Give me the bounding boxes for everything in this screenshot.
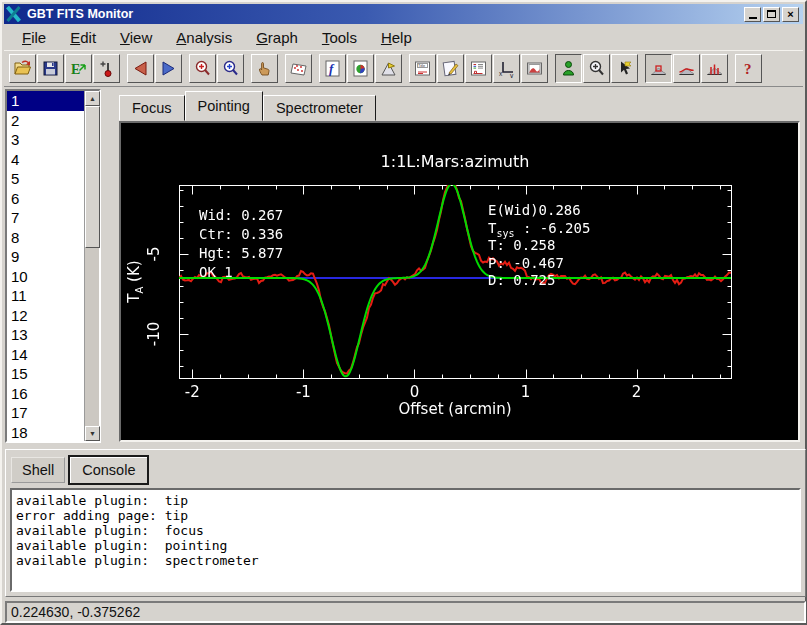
print-plot-icon xyxy=(289,59,308,78)
export-image-button[interactable] xyxy=(521,54,548,83)
arrow-up-icon: ▲ xyxy=(89,95,96,102)
console-line: error adding page: tip xyxy=(16,508,799,523)
menubar: File Edit View Analysis Graph Tools Help xyxy=(4,25,803,50)
pointing-plot-canvas[interactable] xyxy=(121,123,798,440)
scan-list-item[interactable]: 16 xyxy=(7,384,84,404)
scan-list-item[interactable]: 8 xyxy=(7,228,84,248)
scan-list-item[interactable]: 4 xyxy=(7,150,84,170)
zoom-previous-button[interactable] xyxy=(189,54,216,83)
svg-text:?: ? xyxy=(744,61,752,77)
plugin-tab[interactable]: Spectrometer xyxy=(263,95,376,121)
menu-item[interactable]: View xyxy=(110,27,162,48)
menu-item[interactable]: Analysis xyxy=(166,27,242,48)
titlebar[interactable]: GBT FITS Monitor × xyxy=(4,4,803,24)
forward-triangle-icon xyxy=(159,59,178,78)
statusbar: 0.224630, -0.375262 xyxy=(5,601,806,623)
help-icon: ? xyxy=(739,59,758,78)
menu-item[interactable]: Edit xyxy=(60,27,106,48)
open-button[interactable] xyxy=(9,54,36,83)
plugin-tab[interactable]: Pointing xyxy=(185,91,263,121)
pointer-hand-button[interactable] xyxy=(251,54,278,83)
zoom-previous-red-icon xyxy=(193,59,212,78)
back-button[interactable] xyxy=(127,54,154,83)
plot-panel xyxy=(119,121,800,442)
scan-list-item[interactable]: 17 xyxy=(7,403,84,423)
app-window: GBT FITS Monitor × File Edit View Analys… xyxy=(0,0,807,625)
thermometer-button[interactable] xyxy=(93,54,120,83)
pointer-hand-icon xyxy=(255,59,274,78)
menu-item[interactable]: File xyxy=(12,27,56,48)
thermometer-icon xyxy=(97,59,116,78)
plot-box-style-button[interactable] xyxy=(645,54,672,83)
x11-logo-icon xyxy=(6,6,23,22)
console-line: available plugin: spectrometer xyxy=(16,553,799,568)
scan-list-item[interactable]: 2 xyxy=(7,111,84,131)
console-tab[interactable]: Console xyxy=(68,455,149,485)
scroll-up-button[interactable]: ▲ xyxy=(85,91,100,106)
console-panel: Shell Console available plugin: tip erro… xyxy=(5,449,806,597)
export-button[interactable]: E xyxy=(65,54,92,83)
plot-filled-style-icon xyxy=(677,59,696,78)
scan-list-item[interactable]: 3 xyxy=(7,130,84,150)
scan-list-item[interactable]: 18 xyxy=(7,423,84,442)
console-tab[interactable]: Shell xyxy=(11,457,65,483)
help-button[interactable]: ? xyxy=(735,54,762,83)
menu-item[interactable]: Graph xyxy=(246,27,308,48)
maximize-button[interactable] xyxy=(763,7,780,22)
scroll-down-button[interactable]: ▼ xyxy=(85,426,100,441)
save-button[interactable] xyxy=(37,54,64,83)
annotate-button[interactable] xyxy=(437,54,464,83)
forward-button[interactable] xyxy=(155,54,182,83)
svg-text:y: y xyxy=(510,72,514,79)
legend-settings-icon xyxy=(469,59,488,78)
minimize-button[interactable] xyxy=(744,7,761,22)
plot-box-style-icon xyxy=(649,59,668,78)
print-plot-button[interactable] xyxy=(285,54,312,83)
scan-list-item[interactable]: 15 xyxy=(7,364,84,384)
close-button[interactable]: × xyxy=(782,7,799,22)
console-output[interactable]: available plugin: tip error adding page:… xyxy=(10,488,801,592)
plugin-tab[interactable]: Focus xyxy=(119,95,185,121)
scan-list-item[interactable]: 7 xyxy=(7,208,84,228)
scan-list-item[interactable]: 6 xyxy=(7,189,84,209)
chart-3d-button[interactable] xyxy=(347,54,374,83)
scan-list-item[interactable]: 5 xyxy=(7,169,84,189)
console-line: available plugin: tip xyxy=(16,493,799,508)
chart-3d-doc-icon xyxy=(351,59,370,78)
save-floppy-icon xyxy=(41,59,60,78)
legend-settings-button[interactable] xyxy=(465,54,492,83)
select-arrow-button[interactable] xyxy=(611,54,638,83)
minimize-icon xyxy=(749,17,757,19)
scan-list-item[interactable]: 13 xyxy=(7,325,84,345)
export-e-icon: E xyxy=(69,59,88,78)
scan-list-item[interactable]: 14 xyxy=(7,345,84,365)
function-button[interactable]: f xyxy=(319,54,346,83)
scrollbar-thumb[interactable] xyxy=(85,106,100,248)
scan-list-item[interactable]: 12 xyxy=(7,306,84,326)
scan-list-item[interactable]: 10 xyxy=(7,267,84,287)
prism-button[interactable] xyxy=(375,54,402,83)
axes-settings-button[interactable]: xy xyxy=(493,54,520,83)
title-settings-button[interactable]: Title xyxy=(409,54,436,83)
axes-settings-icon: xy xyxy=(497,59,516,78)
scan-list-item[interactable]: 1 xyxy=(7,91,84,111)
scan-list-item[interactable]: 11 xyxy=(7,286,84,306)
select-arrow-flag-icon xyxy=(615,59,634,78)
menu-item[interactable]: Tools xyxy=(312,27,367,48)
scan-list-panel: 1 2 3 4 5 6 7 8 9 10 11 12 xyxy=(5,89,101,443)
plugin-tabs: Focus Pointing Spectrometer xyxy=(119,91,376,121)
maximize-icon xyxy=(767,10,776,18)
console-tabs: Shell Console xyxy=(11,454,149,485)
zoom-in-button[interactable] xyxy=(583,54,610,83)
scan-list-item[interactable]: 9 xyxy=(7,247,84,267)
plot-histogram-style-button[interactable] xyxy=(701,54,728,83)
menu-item[interactable]: Help xyxy=(371,27,422,48)
plot-filled-style-button[interactable] xyxy=(673,54,700,83)
profile-person-button[interactable] xyxy=(555,54,582,83)
zoom-next-blue-icon xyxy=(221,59,240,78)
profile-person-icon xyxy=(559,59,578,78)
zoom-in-icon xyxy=(587,59,606,78)
arrow-down-icon: ▼ xyxy=(89,430,96,437)
zoom-next-button[interactable] xyxy=(217,54,244,83)
scan-list-scrollbar[interactable]: ▲ ▼ xyxy=(84,91,99,441)
